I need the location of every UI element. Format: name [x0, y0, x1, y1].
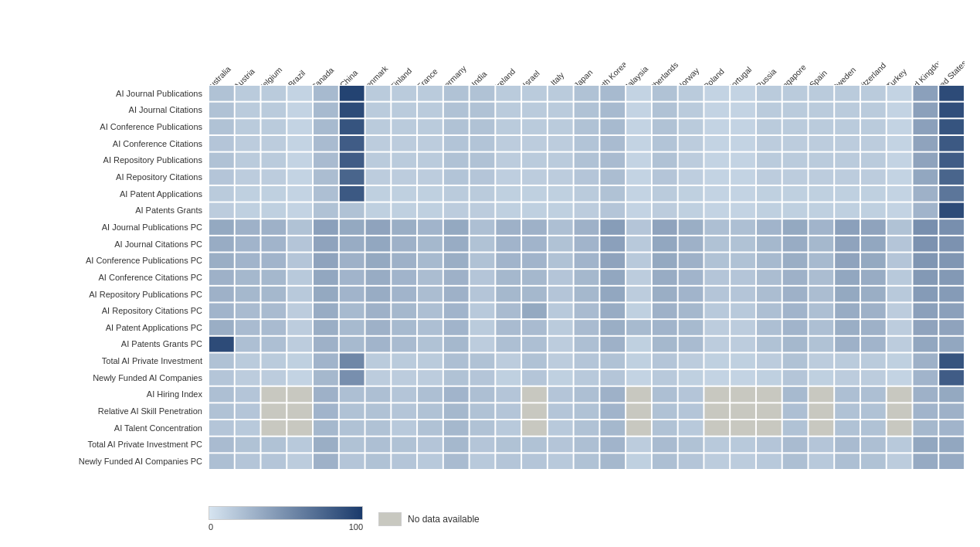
row-label-22: Newly Funded AI Companies PC — [0, 453, 207, 470]
col-header-brazil: Brazil — [287, 0, 313, 85]
col-header-australia: Australia — [209, 0, 235, 85]
col-header-portugal: Portugal — [730, 0, 756, 85]
col-header-malaysia: Malaysia — [626, 0, 652, 85]
row-label-15: AI Patents Grants PC — [0, 336, 207, 353]
row-label-11: AI Conference Citations PC — [0, 269, 207, 286]
row-label-7: AI Patents Grants — [0, 202, 207, 219]
row-label-6: AI Patent Applications — [0, 185, 207, 202]
row-label-5: AI Repository Citations — [0, 168, 207, 185]
row-label-0: AI Journal Publications — [0, 85, 207, 102]
col-header-spain: Spain — [808, 0, 834, 85]
col-header-south-korea: South Korea — [599, 0, 626, 85]
col-header-russia: Russia — [756, 0, 782, 85]
legend-min-label: 0 — [209, 522, 213, 532]
col-header-netherlands: Netherlands — [652, 0, 678, 85]
col-header-ireland: Ireland — [495, 0, 521, 85]
heatmap-area — [209, 85, 965, 470]
col-header-china: China — [339, 0, 365, 85]
col-header-italy: Italy — [548, 0, 574, 85]
col-header-turkey: Turkey — [887, 0, 913, 85]
row-label-3: AI Conference Citations — [0, 135, 207, 152]
row-label-21: Total AI Private Investment PC — [0, 436, 207, 453]
chart-container: AustraliaAustriaBelgiumBrazilCanadaChina… — [0, 0, 980, 547]
row-label-8: AI Journal Publications PC — [0, 219, 207, 236]
col-header-sweden: Sweden — [834, 0, 860, 85]
row-label-2: AI Conference Publications — [0, 118, 207, 135]
row-label-18: AI Hiring Index — [0, 386, 207, 403]
col-header-france: France — [417, 0, 443, 85]
row-label-9: AI Journal Citations PC — [0, 236, 207, 253]
col-header-austria: Austria — [235, 0, 261, 85]
col-header-israel: Israel — [521, 0, 548, 85]
col-header-canada: Canada — [313, 0, 339, 85]
row-labels: AI Journal PublicationsAI Journal Citati… — [0, 85, 207, 470]
heatmap-canvas — [209, 85, 965, 470]
col-header-belgium: Belgium — [261, 0, 287, 85]
row-label-16: Total AI Private Investment — [0, 352, 207, 369]
row-label-20: AI Talent Concentration — [0, 420, 207, 437]
gradient-labels: 0 100 — [209, 522, 363, 532]
col-header-india: India — [470, 0, 496, 85]
legend-max-label: 100 — [349, 522, 363, 532]
col-header-poland: Poland — [704, 0, 730, 85]
col-header-norway: Norway — [678, 0, 704, 85]
row-label-14: AI Patent Applications PC — [0, 319, 207, 336]
col-header-united-kingdom: United Kingdom — [912, 0, 938, 85]
no-data-box — [378, 512, 402, 526]
gradient-legend: 0 100 — [209, 506, 363, 532]
row-label-1: AI Journal Citations — [0, 102, 207, 119]
col-header-finland: Finland — [391, 0, 417, 85]
row-label-17: Newly Funded AI Companies — [0, 369, 207, 386]
row-label-19: Relative AI Skill Penetration — [0, 403, 207, 420]
row-label-10: AI Conference Publications PC — [0, 252, 207, 269]
col-header-japan: Japan — [574, 0, 600, 85]
col-header-united-states: United States — [938, 0, 965, 85]
gradient-bar — [209, 506, 363, 520]
col-header-switzerland: Switzerland — [860, 0, 887, 85]
row-label-13: AI Repository Citations PC — [0, 302, 207, 319]
legend: 0 100 No data available — [209, 506, 480, 532]
column-headers: AustraliaAustriaBelgiumBrazilCanadaChina… — [209, 0, 965, 85]
no-data-label: No data available — [408, 514, 480, 525]
col-header-germany: Germany — [443, 0, 470, 85]
no-data-legend: No data available — [378, 512, 480, 526]
row-label-12: AI Repository Publications PC — [0, 286, 207, 303]
col-header-denmark: Denmark — [365, 0, 392, 85]
col-header-singapore: Singapore — [782, 0, 809, 85]
row-label-4: AI Repository Publications — [0, 152, 207, 169]
